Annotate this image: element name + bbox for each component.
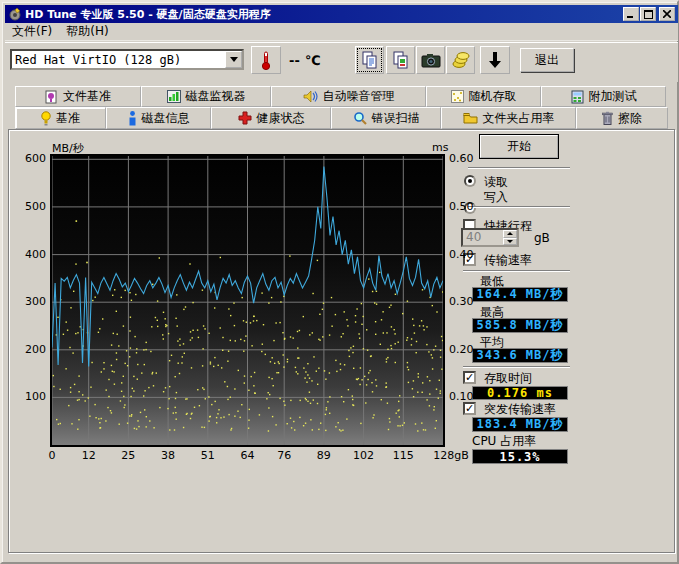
start-button[interactable]: 开始 — [480, 135, 558, 158]
copy-image-button[interactable] — [386, 46, 415, 74]
stepper-up-button[interactable] — [503, 230, 517, 238]
drive-select[interactable]: Red Hat VirtIO (128 gB) — [10, 49, 244, 70]
cpu-usage-value-display: 15.3% — [472, 449, 568, 464]
title-bar: HD Tune 专业版 5.50 - 硬盘/固态硬盘实用程序 — [5, 5, 678, 23]
tab-label: 擦除 — [618, 110, 642, 127]
close-button[interactable] — [659, 7, 675, 21]
capacity-unit-label: gB — [534, 231, 550, 245]
chevron-up-icon — [507, 232, 513, 235]
x-axis-tick: 38 — [148, 449, 188, 462]
cpu-usage-label: CPU 占用率 — [472, 433, 536, 450]
y-axis-tick-right: 0.20 — [449, 343, 474, 356]
minimize-button[interactable] — [623, 7, 639, 21]
copy-image-icon — [392, 51, 410, 69]
access-time-label: 存取时间 — [484, 370, 532, 387]
random-access-icon — [451, 90, 464, 103]
menu-file[interactable]: 文件(F) — [5, 22, 59, 41]
tab-aam[interactable]: 自动噪音管理 — [271, 86, 426, 107]
temperature-value: -- — [289, 53, 300, 68]
screenshot-button[interactable] — [416, 46, 445, 74]
tab-disk-monitor[interactable]: 磁盘监视器 — [141, 86, 271, 107]
y-axis-tick-left: 400 — [6, 248, 46, 261]
burst-rate-value-display: 183.4 MB/秒 — [472, 417, 568, 432]
tab-label: 错误扫描 — [372, 110, 420, 127]
x-axis-tick: 25 — [108, 449, 148, 462]
copy-text-button[interactable] — [355, 46, 384, 74]
x-axis-tick: 12 — [69, 449, 109, 462]
maximize-button[interactable] — [640, 7, 656, 21]
menu-help[interactable]: 帮助(H) — [59, 22, 115, 41]
tab-random-access[interactable]: 随机存取 — [426, 86, 541, 107]
tab-file-benchmark[interactable]: 文件基准 — [15, 86, 141, 107]
exit-button[interactable]: 退出 — [520, 48, 574, 72]
y-axis-tick-left: 500 — [6, 200, 46, 213]
file-benchmark-icon — [45, 90, 58, 104]
x-axis-tick: 76 — [264, 449, 304, 462]
tab-disk-info[interactable]: 磁盘信息 — [106, 107, 211, 129]
transfer-rate-label: 传输速率 — [484, 252, 532, 269]
tab-label: 基准 — [56, 110, 80, 127]
app-window: HD Tune 专业版 5.50 - 硬盘/固态硬盘实用程序 文件(F) 帮助(… — [0, 0, 679, 564]
trash-icon — [602, 111, 613, 125]
burst-rate-checkbox[interactable]: ✓ — [463, 402, 476, 415]
y-axis-tick-left: 200 — [6, 343, 46, 356]
access-time-value-display: 0.176 ms — [472, 386, 568, 400]
close-icon — [663, 10, 671, 18]
x-axis-tick: 51 — [188, 449, 228, 462]
stepper-down-button[interactable] — [503, 238, 517, 246]
folder-icon — [463, 112, 478, 124]
access-time-checkbox[interactable]: ✓ — [463, 371, 476, 384]
y-axis-tick-right: 0.60 — [449, 152, 474, 165]
x-axis-tick: 89 — [304, 449, 344, 462]
y-axis-tick-right: 0.10 — [449, 390, 474, 403]
x-axis-tick: 64 — [228, 449, 268, 462]
tab-label: 随机存取 — [469, 88, 517, 105]
disk-info-icon — [128, 111, 137, 126]
tab-label: 自动噪音管理 — [323, 88, 395, 105]
x-axis-tick: 0 — [32, 449, 72, 462]
short-stroke-size-value: 40 — [463, 230, 503, 245]
extra-tests-icon — [571, 90, 584, 104]
maximum-value-display: 585.8 MB/秒 — [472, 318, 568, 333]
x-axis-tick: 102 — [344, 449, 384, 462]
tab-label: 文件夹占用率 — [483, 110, 555, 127]
average-value-display: 343.6 MB/秒 — [472, 348, 568, 363]
save-results-button[interactable] — [480, 46, 510, 74]
tab-folder-usage[interactable]: 文件夹占用率 — [441, 107, 576, 129]
separator — [468, 206, 570, 208]
x-axis-tick: 128gB — [431, 449, 471, 462]
drive-select-dropdown-button[interactable] — [225, 51, 242, 68]
coins-button[interactable] — [446, 46, 475, 74]
tab-label: 磁盘监视器 — [186, 88, 246, 105]
temperature-button[interactable] — [251, 46, 281, 74]
tab-extra-tests[interactable]: 附加测试 — [541, 86, 666, 107]
copy-text-icon — [361, 51, 379, 69]
read-radio[interactable] — [464, 175, 476, 187]
separator — [463, 270, 570, 272]
tab-label: 文件基准 — [63, 88, 111, 105]
coins-icon — [452, 51, 470, 69]
maximize-icon — [644, 10, 653, 19]
y-axis-tick-right: 0.50 — [449, 200, 474, 213]
speaker-icon — [303, 90, 318, 103]
tab-health[interactable]: 健康状态 — [211, 107, 331, 129]
right-axis-unit: ms — [432, 141, 448, 154]
tab-erase[interactable]: 擦除 — [576, 107, 668, 129]
x-axis-tick: 115 — [383, 449, 423, 462]
tab-row-top: 文件基准 磁盘监视器 自动噪音管理 随机存取 — [15, 86, 668, 107]
chevron-down-icon — [230, 57, 238, 62]
write-radio-label: 写入 — [484, 189, 508, 206]
tab-label: 附加测试 — [589, 88, 637, 105]
short-stroke-size-stepper[interactable]: 40 — [461, 228, 519, 247]
health-cross-icon — [238, 111, 252, 125]
minimize-icon — [627, 10, 635, 18]
y-axis-tick-left: 600 — [6, 152, 46, 165]
benchmark-icon — [41, 111, 51, 126]
down-arrow-icon — [487, 51, 503, 69]
temperature-unit: ℃ — [305, 53, 321, 68]
drive-select-value: Red Hat VirtIO (128 gB) — [12, 53, 225, 67]
tab-benchmark[interactable]: 基准 — [15, 107, 106, 129]
app-icon — [8, 7, 22, 21]
tab-error-scan[interactable]: 错误扫描 — [331, 107, 441, 129]
menu-bar: 文件(F) 帮助(H) — [5, 23, 678, 41]
